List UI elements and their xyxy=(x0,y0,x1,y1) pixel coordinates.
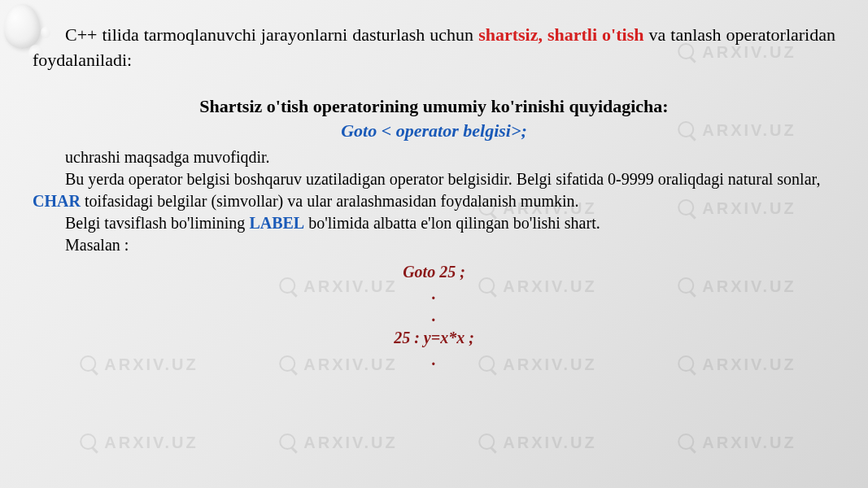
watermark: ARXIV.UZ xyxy=(277,432,398,453)
watermark-text: ARXIV.UZ xyxy=(702,434,796,452)
label-keyword: LABEL xyxy=(249,214,304,232)
magnifier-icon xyxy=(78,432,99,453)
body-p3-after: bo'limida albatta e'lon qilingan bo'lish… xyxy=(304,214,600,232)
body-p3-before: Belgi tavsiflash bo'limining xyxy=(65,214,249,232)
watermark-text: ARXIV.UZ xyxy=(503,434,597,452)
code-example-block: Goto 25 ; . . 25 : y=x*x ; . xyxy=(33,261,835,371)
body-paragraph-4: Masalan : xyxy=(33,234,835,256)
intro-text-prefix: C++ tilida tarmoqlanuvchi jarayonlarni d… xyxy=(65,24,478,45)
magnifier-icon xyxy=(277,432,299,453)
body-p2-after: toifasidagi belgilar (simvollar) va ular… xyxy=(81,192,579,210)
body-paragraph-2: Bu yerda operator belgisi boshqaruv uzat… xyxy=(33,168,835,212)
watermark: ARXIV.UZ xyxy=(78,432,198,453)
example-line-2: . xyxy=(33,283,835,305)
section-subtitle: Shartsiz o'tish operatorining umumiy ko'… xyxy=(33,96,835,117)
slide-content: C++ tilida tarmoqlanuvchi jarayonlarni d… xyxy=(0,0,868,387)
watermark: ARXIV.UZ xyxy=(676,432,796,453)
magnifier-icon xyxy=(676,432,697,453)
intro-paragraph: C++ tilida tarmoqlanuvchi jarayonlarni d… xyxy=(33,23,835,73)
body-p2-before: Bu yerda operator belgisi boshqaruv uzat… xyxy=(65,170,820,188)
body-paragraph-1: uchrashi maqsadga muvofiqdir. xyxy=(33,146,835,168)
intro-keywords: shartsiz, shartli o'tish xyxy=(478,24,643,45)
watermark: ARXIV.UZ xyxy=(477,432,597,453)
watermark-text: ARXIV.UZ xyxy=(104,434,198,452)
example-line-1: Goto 25 ; xyxy=(33,261,835,283)
magnifier-icon xyxy=(477,432,498,453)
char-keyword: CHAR xyxy=(33,192,81,210)
example-line-4: 25 : y=x*x ; xyxy=(33,327,835,349)
example-line-5: . xyxy=(33,349,835,371)
body-paragraph-3: Belgi tavsiflash bo'limining LABEL bo'li… xyxy=(33,212,835,234)
example-line-3: . xyxy=(33,305,835,327)
watermark-text: ARXIV.UZ xyxy=(303,434,398,452)
goto-syntax-line: Goto < operator belgisi>; xyxy=(33,120,835,142)
